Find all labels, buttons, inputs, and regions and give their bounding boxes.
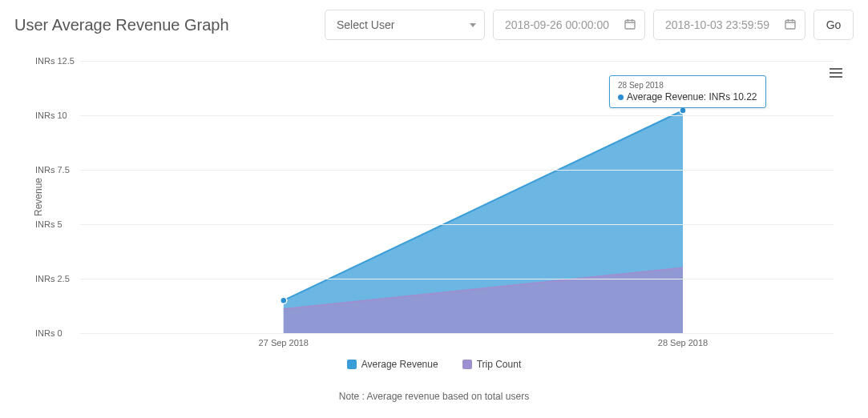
gridline <box>80 115 834 116</box>
svg-rect-1 <box>785 20 795 29</box>
legend-swatch <box>462 360 472 369</box>
date-to-input[interactable] <box>665 18 779 31</box>
chart-note: Note : Average revenue based on total us… <box>16 391 852 402</box>
legend-label: Average Revenue <box>361 359 438 370</box>
chevron-down-icon <box>470 23 476 27</box>
gridline <box>80 61 834 62</box>
tooltip-value: Average Revenue: INRs 10.22 <box>618 91 757 102</box>
select-user-dropdown[interactable]: Select User <box>325 10 485 40</box>
legend-swatch <box>347 360 357 369</box>
svg-point-3 <box>680 107 686 114</box>
x-tick-label: 28 Sep 2018 <box>658 338 708 348</box>
select-user-label: Select User <box>337 18 394 31</box>
chart-tooltip: 28 Sep 2018 Average Revenue: INRs 10.22 <box>609 75 766 108</box>
page-title: User Average Revenue Graph <box>14 16 229 34</box>
legend-item[interactable]: Trip Count <box>462 359 522 370</box>
date-from-input[interactable] <box>505 18 619 31</box>
calendar-icon <box>624 18 636 33</box>
svg-rect-0 <box>625 20 635 29</box>
y-tick-label: INRs 12.5 <box>35 56 75 66</box>
chart-legend: Average RevenueTrip Count <box>16 359 852 370</box>
gridline <box>80 224 834 225</box>
y-tick-label: INRs 2.5 <box>35 274 70 283</box>
gridline <box>80 333 834 334</box>
tooltip-dot-icon <box>618 94 624 100</box>
go-button-label: Go <box>826 18 842 31</box>
y-tick-label: INRs 5 <box>35 219 63 229</box>
y-tick-label: INRs 7.5 <box>35 165 70 175</box>
svg-point-2 <box>281 297 287 303</box>
header: User Average Revenue Graph Select User G… <box>0 0 868 46</box>
calendar-icon <box>784 18 797 33</box>
y-tick-label: INRs 0 <box>35 328 63 338</box>
chart-container: Revenue 28 Sep 2018 Average Revenue: INR… <box>16 54 852 375</box>
tooltip-date: 28 Sep 2018 <box>618 81 757 90</box>
date-from-field[interactable] <box>493 10 645 40</box>
chart-plot: Revenue 28 Sep 2018 Average Revenue: INR… <box>80 61 834 333</box>
go-button[interactable]: Go <box>813 10 854 40</box>
legend-label: Trip Count <box>477 359 522 370</box>
date-to-field[interactable] <box>653 10 805 40</box>
y-axis-label: Revenue <box>33 178 44 216</box>
gridline <box>80 170 834 171</box>
x-tick-label: 27 Sep 2018 <box>259 338 309 348</box>
gridline <box>80 279 834 279</box>
legend-item[interactable]: Average Revenue <box>347 359 438 370</box>
y-tick-label: INRs 10 <box>35 111 67 120</box>
